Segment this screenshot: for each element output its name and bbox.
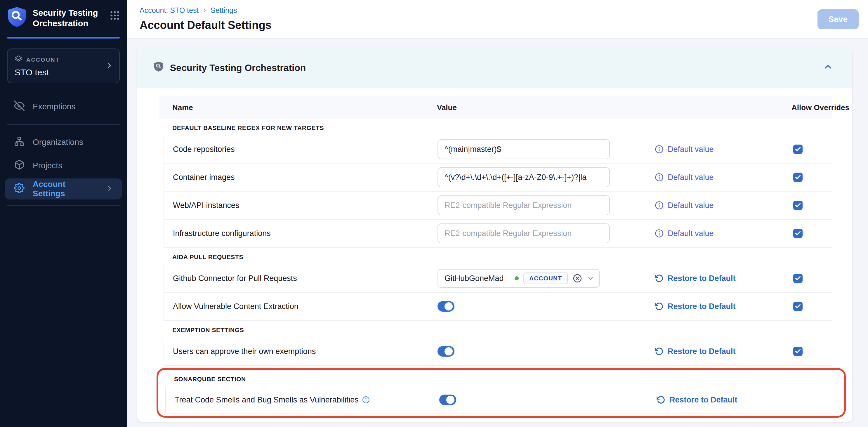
- allow-override-checkbox[interactable]: [793, 302, 803, 311]
- table-row: Allow Vulnerable Content Extraction Rest…: [164, 293, 832, 321]
- sidebar-nav: Exemptions Organizations: [0, 95, 127, 212]
- connector-scope-tag: ACCOUNT: [523, 273, 568, 284]
- gear-icon: [14, 183, 25, 195]
- org-chart-icon: [14, 136, 25, 149]
- sidebar-item-exemptions[interactable]: Exemptions: [0, 95, 127, 118]
- section-aida-pull-requests: AIDA PULL REQUESTS Github Connector for …: [159, 253, 832, 321]
- setting-name: Container images: [164, 173, 437, 182]
- section-default-baseline-regex: DEFAULT BASELINE REGEX FOR NEW TARGETS C…: [159, 124, 832, 248]
- allow-override-checkbox[interactable]: [793, 173, 803, 182]
- breadcrumb: Account: STO test › Settings: [140, 6, 272, 15]
- container-images-regex-input[interactable]: [437, 167, 610, 187]
- sidebar-item-account-settings[interactable]: Account Settings: [5, 179, 122, 200]
- info-icon[interactable]: [362, 396, 370, 404]
- restore-to-default-link[interactable]: Restore to Default: [655, 274, 792, 283]
- section-label: DEFAULT BASELINE REGEX FOR NEW TARGETS: [172, 124, 832, 131]
- code-repositories-regex-input[interactable]: [437, 139, 610, 159]
- setting-name: Allow Vulnerable Content Extraction: [164, 302, 437, 311]
- settings-card: Security Testing Orchestration Name Valu…: [137, 47, 852, 422]
- cube-icon: [14, 159, 25, 172]
- setting-name: Web/API instances: [164, 201, 437, 210]
- setting-name: Code repositories: [164, 145, 437, 154]
- info-icon: [655, 145, 663, 154]
- info-icon: [655, 173, 663, 182]
- panel-title: Security Testing Orchestration: [170, 62, 821, 73]
- clear-circle-x-icon[interactable]: [572, 273, 582, 283]
- allow-override-checkbox[interactable]: [793, 145, 803, 154]
- module-accent-bar: [7, 37, 120, 38]
- breadcrumb-settings-link[interactable]: Settings: [211, 6, 237, 14]
- chevron-right-icon: [106, 184, 113, 194]
- main-area: Account: STO test › Settings Account Def…: [127, 0, 868, 427]
- sidebar-item-projects[interactable]: Projects: [0, 154, 127, 177]
- breadcrumb-account-link[interactable]: Account: STO test: [140, 6, 198, 14]
- treat-code-smells-toggle[interactable]: [439, 395, 456, 405]
- sidebar-header: Security Testing Orchestration: [0, 0, 127, 34]
- allow-override-checkbox[interactable]: [793, 274, 803, 283]
- allow-override-checkbox[interactable]: [793, 229, 803, 238]
- section-label: SONARQUBE SECTION: [174, 375, 831, 383]
- sidebar-divider: [7, 205, 120, 206]
- sto-panel-header[interactable]: Security Testing Orchestration: [137, 47, 852, 88]
- github-connector-select[interactable]: GitHubGoneMad ACCOUNT: [437, 269, 600, 288]
- infrastructure-config-regex-input[interactable]: [437, 223, 610, 243]
- restore-to-default-link[interactable]: Restore to Default: [655, 302, 792, 311]
- self-approve-exemptions-toggle[interactable]: [437, 346, 455, 357]
- eye-off-icon: [14, 100, 25, 113]
- app-root: Security Testing Orchestration ACCOUNT: [0, 0, 868, 427]
- account-scope-label: ACCOUNT: [26, 57, 60, 63]
- table-row: Web/API instances Default value: [164, 192, 832, 220]
- sidebar-divider: [7, 124, 120, 125]
- restore-undo-icon: [655, 347, 663, 356]
- default-value-link[interactable]: Default value: [655, 173, 792, 182]
- table-row: Treat Code Smells and Bug Smells as Vuln…: [166, 387, 831, 414]
- page-title: Account Default Settings: [140, 19, 272, 32]
- allow-vulnerable-content-toggle[interactable]: [437, 301, 455, 312]
- setting-name: Users can approve their own exemptions: [164, 347, 437, 356]
- allow-override-checkbox[interactable]: [793, 347, 803, 356]
- restore-to-default-link[interactable]: Restore to Default: [656, 395, 794, 404]
- column-header-allow-overrides: Allow Overrides: [792, 103, 849, 112]
- table-row: Github Connector for Pull Requests GitHu…: [164, 265, 832, 293]
- setting-name: Github Connector for Pull Requests: [164, 274, 437, 283]
- collapse-chevron-up-icon[interactable]: [821, 60, 835, 75]
- sidebar-item-label: Organizations: [33, 138, 83, 147]
- info-icon: [655, 229, 663, 238]
- default-value-link[interactable]: Default value: [655, 201, 792, 210]
- restore-undo-icon: [655, 274, 663, 283]
- default-value-link[interactable]: Default value: [655, 229, 792, 238]
- page-background: Security Testing Orchestration Name Valu…: [127, 38, 868, 427]
- setting-name: Treat Code Smells and Bug Smells as Vuln…: [175, 395, 359, 404]
- chevron-down-icon[interactable]: [587, 275, 594, 282]
- table-row: Container images Default value: [164, 163, 832, 192]
- account-name: STO test: [14, 67, 112, 78]
- column-header-value: Value: [437, 103, 654, 112]
- restore-undo-icon: [655, 302, 663, 311]
- section-sonarqube-highlighted: SONARQUBE SECTION Treat Code Smells and …: [157, 368, 846, 418]
- connector-value: GitHubGoneMad: [444, 274, 510, 283]
- save-button[interactable]: Save: [817, 9, 859, 29]
- setting-name: Infrastructure configurations: [164, 229, 437, 238]
- table-row: Users can approve their own exemptions R…: [164, 338, 832, 366]
- sidebar-item-label: Exemptions: [33, 102, 75, 111]
- sidebar-item-organizations[interactable]: Organizations: [0, 130, 127, 154]
- module-grid-icon[interactable]: [110, 10, 120, 23]
- allow-override-checkbox[interactable]: [793, 201, 803, 210]
- restore-to-default-link[interactable]: Restore to Default: [655, 347, 792, 356]
- chevron-right-icon: [106, 60, 113, 71]
- sto-shield-logo: [7, 6, 27, 30]
- info-icon: [655, 201, 663, 210]
- shield-search-icon: [154, 61, 163, 74]
- section-label: AIDA PULL REQUESTS: [172, 253, 832, 261]
- web-api-instances-regex-input[interactable]: [437, 195, 610, 215]
- table-row: Infrastructure configurations Default va…: [164, 220, 832, 248]
- sidebar: Security Testing Orchestration ACCOUNT: [0, 0, 127, 427]
- connector-status-dot: [515, 276, 519, 280]
- account-scope-selector[interactable]: ACCOUNT STO test: [7, 49, 120, 83]
- sidebar-item-label: Account Settings: [33, 180, 98, 198]
- breadcrumb-separator-icon: ›: [203, 6, 206, 15]
- column-header-name: Name: [172, 103, 437, 112]
- default-value-link[interactable]: Default value: [655, 145, 792, 154]
- section-exemption-settings: EXEMPTION SETTINGS Users can approve the…: [159, 327, 832, 366]
- sidebar-item-label: Projects: [33, 161, 62, 170]
